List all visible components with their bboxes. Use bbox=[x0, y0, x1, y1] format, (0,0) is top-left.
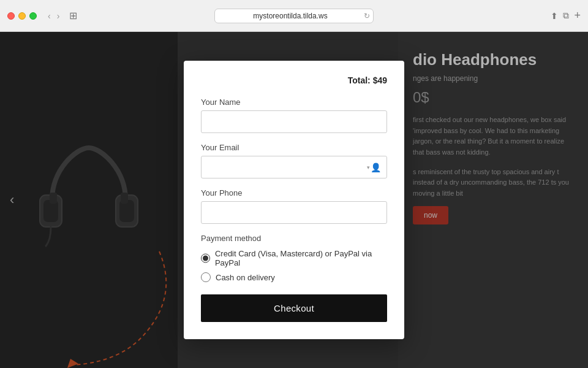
radio-credit-card[interactable] bbox=[201, 253, 210, 263]
phone-form-group: Your Phone bbox=[201, 188, 387, 224]
name-input[interactable] bbox=[201, 110, 387, 133]
phone-label: Your Phone bbox=[201, 188, 387, 197]
traffic-light-close[interactable] bbox=[7, 12, 15, 20]
email-form-group: Your Email 👤 ▾ bbox=[201, 143, 387, 178]
payment-option-credit-card[interactable]: Credit Card (Visa, Mastercard) or PayPal… bbox=[201, 249, 387, 267]
email-input[interactable] bbox=[201, 156, 387, 178]
traffic-lights bbox=[7, 12, 37, 20]
traffic-light-maximize[interactable] bbox=[29, 12, 37, 20]
credit-card-label: Credit Card (Visa, Mastercard) or PayPal… bbox=[215, 249, 387, 267]
traffic-light-minimize[interactable] bbox=[18, 12, 26, 20]
name-label: Your Name bbox=[201, 98, 387, 107]
browser-actions: ⬆ ⧉ + bbox=[551, 9, 581, 22]
email-wrapper: 👤 ▾ bbox=[201, 156, 387, 178]
back-button[interactable]: ‹ bbox=[45, 10, 53, 22]
email-label: Your Email bbox=[201, 143, 387, 152]
payment-option-cash[interactable]: Cash on delivery bbox=[201, 272, 387, 282]
checkout-modal: Total: $49 Your Name Your Email 👤 ▾ Your… bbox=[184, 61, 404, 339]
address-bar: ↻ bbox=[214, 9, 374, 23]
radio-cash[interactable] bbox=[201, 272, 211, 282]
sidebar-button[interactable]: ⊞ bbox=[69, 10, 77, 21]
share-button[interactable]: ⬆ bbox=[551, 11, 558, 21]
nav-buttons: ‹ › bbox=[45, 10, 62, 22]
name-form-group: Your Name bbox=[201, 98, 387, 133]
forward-button[interactable]: › bbox=[55, 10, 62, 22]
checkout-button[interactable]: Checkout bbox=[201, 294, 387, 322]
phone-input[interactable] bbox=[201, 201, 387, 224]
page-content: ‹ dio Headphones nges are happening 0$ f… bbox=[0, 32, 588, 368]
url-input[interactable] bbox=[214, 9, 374, 23]
new-tab-button[interactable]: + bbox=[574, 9, 581, 22]
browser-chrome: ‹ › ⊞ ↻ ⬆ ⧉ + bbox=[0, 0, 588, 32]
order-total: Total: $49 bbox=[201, 75, 387, 85]
payment-method-label: Payment method bbox=[201, 234, 387, 243]
add-bookmark-button[interactable]: ⧉ bbox=[563, 10, 569, 21]
cash-delivery-label: Cash on delivery bbox=[216, 273, 275, 282]
payment-section: Payment method Credit Card (Visa, Master… bbox=[201, 234, 387, 282]
reload-button[interactable]: ↻ bbox=[364, 12, 370, 20]
